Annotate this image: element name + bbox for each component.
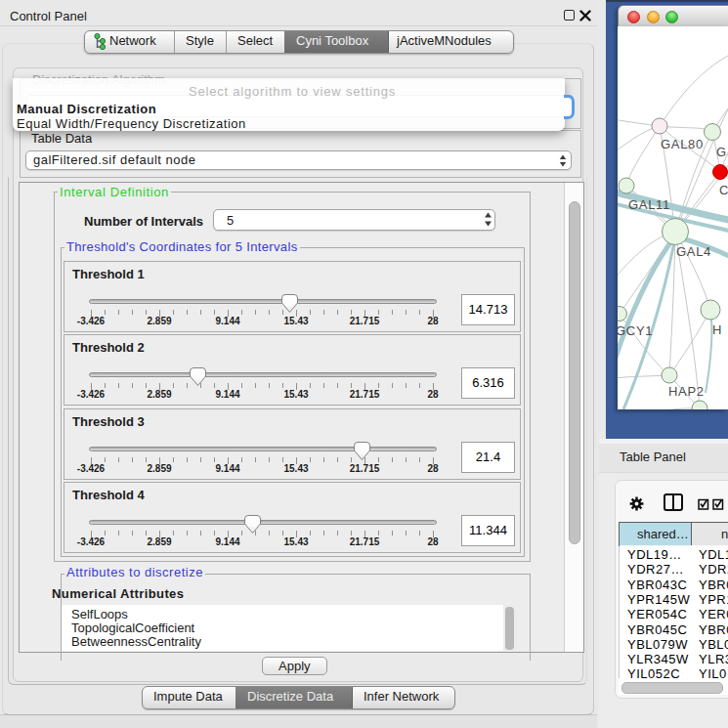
svg-text:GAL11: GAL11: [628, 197, 670, 212]
svg-text:GAL4: GAL4: [676, 244, 711, 259]
svg-text:GCY1: GCY1: [618, 323, 653, 338]
svg-text:GAL80: GAL80: [661, 137, 704, 151]
svg-text:HAP2: HAP2: [668, 384, 705, 399]
svg-text:C: C: [719, 183, 728, 197]
svg-text:G.: G.: [716, 145, 728, 159]
svg-text:H: H: [712, 322, 722, 337]
